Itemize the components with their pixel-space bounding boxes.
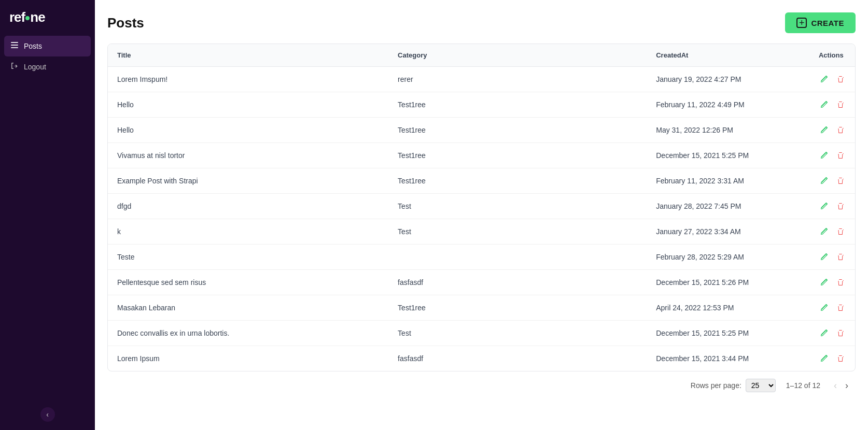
cell-title: Lorem Imspum! bbox=[108, 67, 388, 92]
cell-actions bbox=[809, 92, 855, 118]
edit-button[interactable] bbox=[819, 353, 829, 364]
cell-createdat: February 11, 2022 3:31 AM bbox=[647, 168, 809, 194]
table-row: k Test January 27, 2022 3:34 AM bbox=[108, 219, 855, 245]
action-buttons bbox=[819, 303, 846, 313]
edit-button[interactable] bbox=[819, 176, 829, 186]
trash-icon bbox=[836, 329, 845, 337]
edit-icon bbox=[820, 329, 828, 337]
table-header-row: Title Category CreatedAt Actions bbox=[108, 44, 855, 67]
posts-table: Title Category CreatedAt Actions Lorem I… bbox=[108, 44, 855, 371]
create-plus-icon: + bbox=[796, 18, 807, 28]
svg-rect-0 bbox=[11, 42, 18, 43]
cell-category: rerer bbox=[388, 67, 647, 92]
collapse-button[interactable]: ‹ bbox=[40, 407, 55, 422]
edit-button[interactable] bbox=[819, 74, 829, 84]
cell-category: Test bbox=[388, 321, 647, 346]
create-button[interactable]: + CREATE bbox=[785, 12, 856, 33]
create-button-label: CREATE bbox=[811, 19, 844, 27]
edit-icon bbox=[820, 253, 828, 261]
delete-button[interactable] bbox=[835, 150, 846, 161]
action-buttons bbox=[819, 150, 846, 161]
cell-actions bbox=[809, 219, 855, 245]
edit-button[interactable] bbox=[819, 277, 829, 288]
cell-title: k bbox=[108, 219, 388, 245]
delete-button[interactable] bbox=[835, 226, 846, 237]
cell-actions bbox=[809, 321, 855, 346]
edit-button[interactable] bbox=[819, 303, 829, 313]
edit-button[interactable] bbox=[819, 252, 829, 262]
pagination-bar: Rows per page: 25 10 50 100 1–12 of 12 ‹… bbox=[107, 371, 856, 394]
page-range: 1–12 of 12 bbox=[786, 381, 820, 390]
cell-category: Test bbox=[388, 194, 647, 219]
table-row: Lorem Ipsum fasfasdf December 15, 2021 3… bbox=[108, 346, 855, 371]
cell-title: Hello bbox=[108, 118, 388, 143]
cell-actions bbox=[809, 346, 855, 371]
col-header-title: Title bbox=[108, 44, 388, 67]
trash-icon bbox=[836, 202, 845, 210]
delete-button[interactable] bbox=[835, 74, 846, 84]
delete-button[interactable] bbox=[835, 353, 846, 364]
prev-page-button[interactable]: ‹ bbox=[831, 379, 840, 392]
page-header: Posts + CREATE bbox=[107, 12, 856, 33]
page-title: Posts bbox=[107, 15, 144, 31]
sidebar-item-logout[interactable]: Logout bbox=[4, 56, 91, 77]
edit-button[interactable] bbox=[819, 125, 829, 135]
app-logo: refne bbox=[0, 0, 95, 36]
cell-category: Test bbox=[388, 219, 647, 245]
action-buttons bbox=[819, 125, 846, 135]
edit-button[interactable] bbox=[819, 201, 829, 211]
trash-icon bbox=[836, 304, 845, 312]
edit-icon bbox=[820, 227, 828, 236]
action-buttons bbox=[819, 99, 846, 110]
edit-icon bbox=[820, 304, 828, 312]
cell-title: Vivamus at nisl tortor bbox=[108, 143, 388, 168]
delete-button[interactable] bbox=[835, 277, 846, 288]
table-row: Donec convallis ex in urna lobortis. Tes… bbox=[108, 321, 855, 346]
cell-category: fasfasdf bbox=[388, 270, 647, 295]
cell-actions bbox=[809, 67, 855, 92]
action-buttons bbox=[819, 176, 846, 186]
delete-button[interactable] bbox=[835, 125, 846, 135]
delete-button[interactable] bbox=[835, 252, 846, 262]
action-buttons bbox=[819, 252, 846, 262]
table-row: Hello Test1ree May 31, 2022 12:26 PM bbox=[108, 118, 855, 143]
edit-button[interactable] bbox=[819, 226, 829, 237]
col-header-createdat: CreatedAt bbox=[647, 44, 809, 67]
table-row: Lorem Imspum! rerer January 19, 2022 4:2… bbox=[108, 67, 855, 92]
delete-button[interactable] bbox=[835, 328, 846, 338]
main-content: Posts + CREATE Title Category CreatedAt bbox=[95, 0, 868, 430]
cell-createdat: December 15, 2021 5:25 PM bbox=[647, 321, 809, 346]
edit-icon bbox=[820, 177, 828, 185]
col-header-actions: Actions bbox=[809, 44, 855, 67]
next-page-button[interactable]: › bbox=[842, 379, 851, 392]
trash-icon bbox=[836, 227, 845, 236]
action-buttons bbox=[819, 277, 846, 288]
cell-title: Pellentesque sed sem risus bbox=[108, 270, 388, 295]
cell-title: Masakan Lebaran bbox=[108, 295, 388, 321]
edit-button[interactable] bbox=[819, 150, 829, 161]
delete-button[interactable] bbox=[835, 99, 846, 110]
delete-button[interactable] bbox=[835, 201, 846, 211]
edit-button[interactable] bbox=[819, 99, 829, 110]
action-buttons bbox=[819, 226, 846, 237]
cell-actions bbox=[809, 295, 855, 321]
posts-table-container: Title Category CreatedAt Actions Lorem I… bbox=[107, 44, 856, 371]
edit-button[interactable] bbox=[819, 328, 829, 338]
edit-icon bbox=[820, 354, 828, 363]
cell-actions bbox=[809, 118, 855, 143]
cell-actions bbox=[809, 270, 855, 295]
edit-icon bbox=[820, 75, 828, 83]
sidebar: refne Posts Logout ‹ bbox=[0, 0, 95, 430]
sidebar-item-posts[interactable]: Posts bbox=[4, 36, 91, 56]
trash-icon bbox=[836, 126, 845, 134]
delete-button[interactable] bbox=[835, 176, 846, 186]
cell-category: Test1ree bbox=[388, 92, 647, 118]
cell-category: Test1ree bbox=[388, 168, 647, 194]
cell-title: Hello bbox=[108, 92, 388, 118]
action-buttons bbox=[819, 201, 846, 211]
cell-createdat: December 15, 2021 5:25 PM bbox=[647, 143, 809, 168]
delete-button[interactable] bbox=[835, 303, 846, 313]
cell-actions bbox=[809, 168, 855, 194]
trash-icon bbox=[836, 354, 845, 363]
rows-per-page-select[interactable]: 25 10 50 100 bbox=[746, 379, 776, 392]
